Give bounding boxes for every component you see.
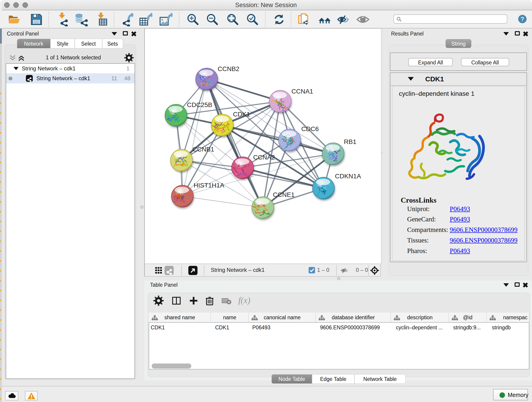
svg-text:HIST1H1A: HIST1H1A	[194, 182, 224, 189]
svg-text:CCNB2: CCNB2	[218, 65, 239, 72]
svg-text:CCNB1: CCNB1	[192, 146, 214, 153]
svg-text:CDC6: CDC6	[301, 125, 319, 133]
svg-text:CDK1: CDK1	[233, 111, 250, 118]
svg-text:CCNA2: CCNA2	[253, 154, 275, 161]
svg-text:CCNE1: CCNE1	[273, 191, 295, 198]
svg-text:CDC25B: CDC25B	[187, 101, 212, 108]
svg-text:CDKN1A: CDKN1A	[335, 172, 361, 180]
svg-text:?: ?	[520, 16, 524, 22]
svg-text:CCNA1: CCNA1	[291, 88, 313, 95]
svg-text:RB1: RB1	[344, 138, 356, 145]
